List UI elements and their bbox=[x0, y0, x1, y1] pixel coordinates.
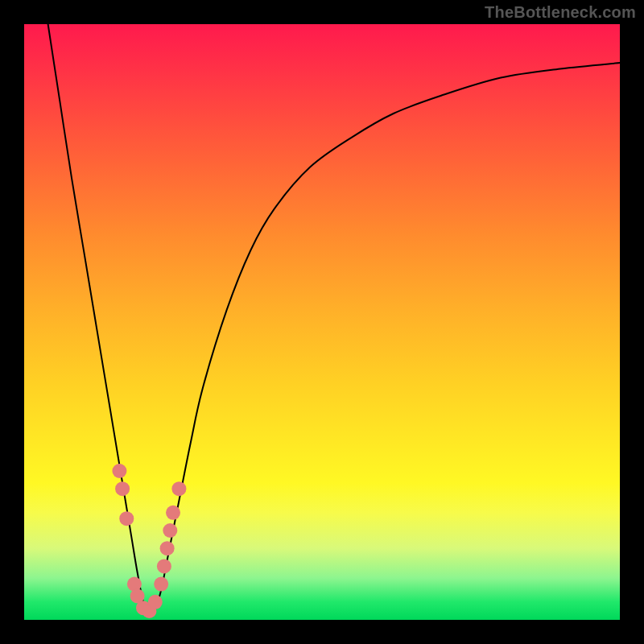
data-point bbox=[163, 523, 177, 538]
data-point bbox=[112, 464, 126, 478]
data-point bbox=[160, 541, 175, 555]
bottleneck-chart bbox=[24, 24, 620, 620]
data-point bbox=[115, 481, 130, 496]
data-point bbox=[171, 481, 186, 496]
data-point bbox=[166, 506, 180, 520]
bottleneck-curve-line bbox=[48, 24, 620, 614]
data-point bbox=[154, 577, 168, 592]
data-point bbox=[119, 511, 134, 526]
gradient-plot-area bbox=[24, 24, 620, 620]
data-point bbox=[157, 559, 171, 573]
data-point bbox=[148, 595, 163, 609]
watermark-text: TheBottleneck.com bbox=[485, 3, 636, 22]
data-points-group bbox=[112, 464, 186, 618]
